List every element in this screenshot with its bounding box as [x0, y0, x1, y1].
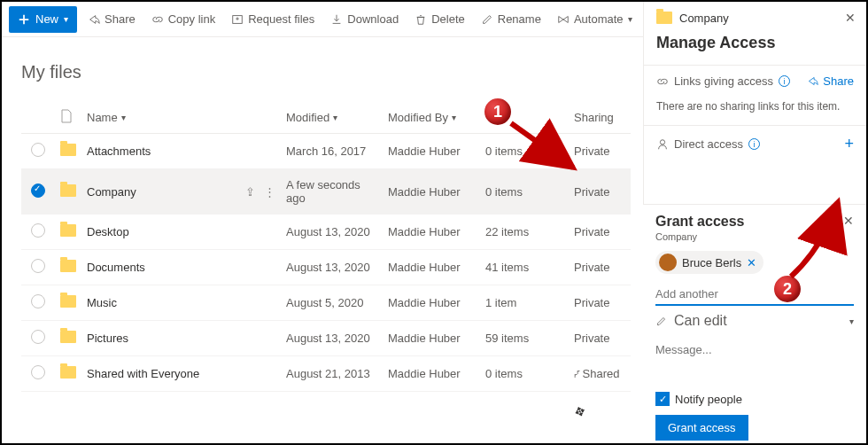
share-button[interactable]: Share — [82, 9, 141, 29]
table-row[interactable]: DesktopAugust 13, 2020Maddie Huber22 ite… — [21, 215, 631, 250]
remove-chip-button[interactable]: ✕ — [747, 256, 756, 269]
grant-access-button[interactable]: Grant access — [655, 415, 748, 441]
close-grant-button[interactable]: ✕ — [843, 214, 854, 228]
file-table: Name▾ Modified▾ Modified By▾ ▾ Sharing A… — [21, 102, 631, 392]
row-select[interactable] — [31, 143, 45, 157]
notify-checkbox-row[interactable]: ✓ Notify people — [655, 392, 854, 406]
row-modified: August 21, 2013 — [281, 356, 383, 392]
row-size: 0 items — [480, 169, 569, 215]
row-select[interactable] — [31, 259, 45, 273]
folder-icon — [60, 260, 76, 272]
panel-title: Manage Access — [644, 30, 866, 65]
row-name: Shared with Everyone — [87, 367, 199, 380]
folder-icon — [60, 295, 76, 308]
row-modifiedby: Maddie Huber — [383, 134, 480, 169]
automate-button[interactable]: Automate ▾ — [552, 9, 638, 29]
row-size: 22 items — [480, 215, 569, 250]
row-sharing: Private — [569, 285, 631, 321]
col-sharing[interactable]: Sharing — [569, 102, 631, 134]
link-icon — [151, 13, 164, 26]
row-sharing: Private — [569, 215, 631, 250]
grant-access-panel: ✕ Grant access Company Bruce Berls ✕ Can… — [643, 204, 866, 445]
row-modifiedby: Maddie Huber — [383, 356, 480, 392]
table-row[interactable]: PicturesAugust 13, 2020Maddie Huber59 it… — [21, 321, 631, 356]
col-name[interactable]: Name▾ — [81, 102, 281, 134]
chevron-down-icon: ▾ — [64, 14, 68, 24]
automate-icon — [557, 13, 570, 26]
share-icon — [88, 13, 100, 26]
table-row[interactable]: AttachmentsMarch 16, 2017Maddie Huber0 i… — [21, 134, 631, 169]
row-share-icon[interactable]: ⇪ — [245, 185, 255, 199]
col-select[interactable] — [21, 102, 55, 134]
grant-title: Grant access — [655, 214, 854, 230]
col-modified[interactable]: Modified▾ — [281, 102, 383, 134]
row-select[interactable] — [31, 365, 45, 379]
rename-icon — [481, 13, 493, 26]
row-name: Desktop — [87, 225, 129, 238]
add-direct-access-button[interactable]: + — [844, 135, 854, 153]
info-icon[interactable]: i — [748, 138, 760, 150]
row-sharing: ᵣʳ Shared — [569, 356, 631, 392]
chevron-down-icon: ▾ — [333, 113, 337, 122]
table-row[interactable]: DocumentsAugust 13, 2020Maddie Huber41 i… — [21, 250, 631, 285]
row-modifiedby: Maddie Huber — [383, 250, 480, 285]
row-select[interactable] — [31, 183, 45, 198]
col-icon — [55, 102, 81, 134]
add-people-input[interactable] — [655, 284, 854, 306]
row-name: Music — [87, 296, 117, 309]
row-name: Company — [87, 185, 136, 199]
row-size: 59 items — [480, 321, 569, 356]
new-button[interactable]: New ▾ — [9, 6, 77, 33]
chevron-down-icon: ▾ — [628, 14, 632, 24]
panel-folder-name: Company — [679, 12, 729, 25]
copy-link-button[interactable]: Copy link — [146, 9, 221, 29]
row-sharing: Private — [569, 169, 631, 215]
row-sharing: Private — [569, 321, 631, 356]
row-modified: August 5, 2020 — [281, 285, 383, 321]
checkbox-checked-icon[interactable]: ✓ — [655, 392, 670, 406]
direct-access-section: Direct access i + — [644, 125, 866, 162]
row-modified: August 13, 2020 — [281, 250, 383, 285]
table-row[interactable]: Shared with EveryoneAugust 21, 2013Maddi… — [21, 356, 631, 392]
chip-name: Bruce Berls — [682, 256, 741, 269]
table-row[interactable]: MusicAugust 5, 2020Maddie Huber1 itemPri… — [21, 285, 631, 321]
permission-selector[interactable]: Can edit ▾ — [655, 313, 854, 329]
share-link[interactable]: Share — [807, 74, 854, 88]
page-title: My files — [21, 62, 631, 82]
folder-icon — [60, 224, 76, 237]
row-select[interactable] — [31, 294, 45, 308]
row-more-icon[interactable]: ⋮ — [264, 185, 275, 199]
info-icon[interactable]: i — [779, 75, 790, 87]
no-links-note: There are no sharing links for this item… — [644, 97, 866, 125]
row-select[interactable] — [31, 330, 45, 344]
plus-icon — [18, 13, 30, 26]
row-name: Attachments — [87, 144, 151, 158]
row-modified: August 13, 2020 — [281, 215, 383, 250]
rename-button[interactable]: Rename — [476, 9, 546, 29]
folder-icon — [60, 184, 76, 197]
table-row[interactable]: Company⇪⋮A few seconds agoMaddie Huber0 … — [21, 169, 631, 215]
folder-icon — [60, 331, 76, 343]
row-size: 0 items — [480, 356, 569, 392]
row-select[interactable] — [31, 223, 45, 238]
chevron-down-icon: ▾ — [452, 113, 456, 122]
row-modifiedby: Maddie Huber — [383, 169, 480, 215]
delete-button[interactable]: Delete — [409, 9, 470, 29]
request-files-button[interactable]: Request files — [226, 9, 320, 29]
close-panel-button[interactable]: ✕ — [845, 11, 856, 25]
col-modifiedby[interactable]: Modified By▾ — [383, 102, 480, 134]
person-chip[interactable]: Bruce Berls ✕ — [655, 251, 763, 274]
download-icon — [330, 13, 343, 26]
delete-icon — [415, 13, 427, 26]
row-modifiedby: Maddie Huber — [383, 215, 480, 250]
callout-1: 1 — [483, 97, 513, 127]
request-icon — [231, 13, 244, 26]
message-input[interactable] — [655, 338, 854, 362]
row-modifiedby: Maddie Huber — [383, 285, 480, 321]
main-content: My files Name▾ Modified▾ Modified By▾ ▾ … — [2, 37, 639, 443]
avatar — [659, 254, 677, 271]
chevron-down-icon: ▾ — [849, 316, 854, 326]
person-icon — [656, 138, 669, 151]
folder-icon — [656, 12, 672, 24]
download-button[interactable]: Download — [325, 9, 404, 29]
